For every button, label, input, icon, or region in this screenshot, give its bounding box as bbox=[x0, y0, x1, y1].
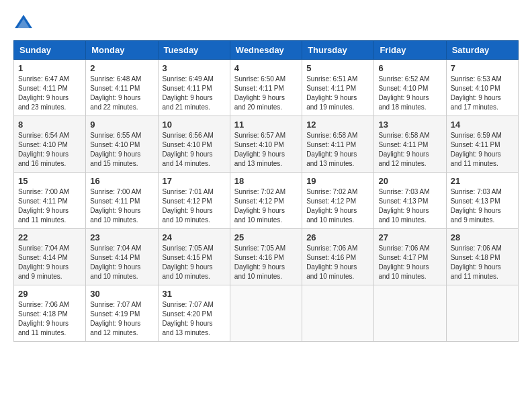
day-info: Sunrise: 6:55 AMSunset: 4:10 PMDaylight:… bbox=[90, 132, 141, 167]
weekday-header-row: SundayMondayTuesdayWednesdayThursdayFrid… bbox=[14, 41, 519, 60]
day-number: 31 bbox=[163, 289, 226, 299]
day-info: Sunrise: 7:03 AMSunset: 4:13 PMDaylight:… bbox=[378, 188, 429, 224]
day-info: Sunrise: 7:00 AMSunset: 4:11 PMDaylight:… bbox=[18, 188, 69, 224]
day-info: Sunrise: 7:05 AMSunset: 4:16 PMDaylight:… bbox=[234, 244, 285, 280]
calendar-table: SundayMondayTuesdayWednesdayThursdayFrid… bbox=[13, 40, 519, 342]
day-number: 21 bbox=[451, 176, 514, 186]
calendar-day-cell: 12 Sunrise: 6:58 AMSunset: 4:11 PMDaylig… bbox=[302, 116, 374, 173]
day-number: 9 bbox=[90, 120, 153, 130]
calendar-day-cell: 15 Sunrise: 7:00 AMSunset: 4:11 PMDaylig… bbox=[14, 173, 86, 229]
day-number: 16 bbox=[90, 176, 153, 186]
day-number: 17 bbox=[163, 176, 226, 186]
day-info: Sunrise: 6:47 AMSunset: 4:11 PMDaylight:… bbox=[18, 75, 69, 111]
day-number: 29 bbox=[18, 289, 81, 299]
calendar-day-cell: 14 Sunrise: 6:59 AMSunset: 4:11 PMDaylig… bbox=[446, 116, 518, 173]
calendar-day-cell: 30 Sunrise: 7:07 AMSunset: 4:19 PMDaylig… bbox=[86, 285, 158, 342]
day-info: Sunrise: 7:06 AMSunset: 4:16 PMDaylight:… bbox=[306, 244, 357, 280]
day-number: 6 bbox=[378, 63, 441, 73]
calendar-week-row: 8 Sunrise: 6:54 AMSunset: 4:10 PMDayligh… bbox=[14, 116, 519, 173]
logo-icon bbox=[13, 13, 34, 34]
calendar-day-cell: 7 Sunrise: 6:53 AMSunset: 4:10 PMDayligh… bbox=[446, 60, 518, 116]
day-info: Sunrise: 7:06 AMSunset: 4:17 PMDaylight:… bbox=[378, 244, 429, 280]
calendar-day-cell: 25 Sunrise: 7:05 AMSunset: 4:16 PMDaylig… bbox=[230, 229, 302, 285]
day-info: Sunrise: 7:06 AMSunset: 4:18 PMDaylight:… bbox=[451, 244, 502, 280]
day-number: 20 bbox=[378, 176, 441, 186]
day-number: 12 bbox=[306, 120, 369, 130]
calendar-week-row: 15 Sunrise: 7:00 AMSunset: 4:11 PMDaylig… bbox=[14, 173, 519, 229]
day-info: Sunrise: 6:59 AMSunset: 4:11 PMDaylight:… bbox=[451, 132, 502, 167]
calendar-day-cell bbox=[302, 285, 374, 342]
calendar-day-cell: 19 Sunrise: 7:02 AMSunset: 4:12 PMDaylig… bbox=[302, 173, 374, 229]
calendar-day-cell bbox=[446, 285, 518, 342]
weekday-header: Sunday bbox=[14, 41, 86, 60]
calendar-day-cell: 21 Sunrise: 7:03 AMSunset: 4:13 PMDaylig… bbox=[446, 173, 518, 229]
day-info: Sunrise: 6:48 AMSunset: 4:11 PMDaylight:… bbox=[90, 75, 141, 111]
day-number: 19 bbox=[306, 176, 369, 186]
day-number: 10 bbox=[163, 120, 226, 130]
day-number: 24 bbox=[163, 232, 226, 242]
calendar-day-cell: 9 Sunrise: 6:55 AMSunset: 4:10 PMDayligh… bbox=[86, 116, 158, 173]
day-number: 14 bbox=[451, 120, 514, 130]
day-info: Sunrise: 7:02 AMSunset: 4:12 PMDaylight:… bbox=[306, 188, 357, 224]
day-info: Sunrise: 7:02 AMSunset: 4:12 PMDaylight:… bbox=[234, 188, 285, 224]
calendar-week-row: 1 Sunrise: 6:47 AMSunset: 4:11 PMDayligh… bbox=[14, 60, 519, 116]
day-number: 30 bbox=[90, 289, 153, 299]
calendar-day-cell: 31 Sunrise: 7:07 AMSunset: 4:20 PMDaylig… bbox=[158, 285, 230, 342]
day-number: 5 bbox=[306, 63, 369, 73]
day-info: Sunrise: 6:56 AMSunset: 4:10 PMDaylight:… bbox=[163, 132, 214, 167]
day-info: Sunrise: 6:57 AMSunset: 4:10 PMDaylight:… bbox=[234, 132, 285, 167]
day-info: Sunrise: 6:58 AMSunset: 4:11 PMDaylight:… bbox=[378, 132, 429, 167]
day-number: 2 bbox=[90, 63, 153, 73]
day-number: 4 bbox=[234, 63, 298, 73]
day-number: 13 bbox=[378, 120, 441, 130]
logo bbox=[13, 13, 36, 34]
day-number: 15 bbox=[18, 176, 81, 186]
day-info: Sunrise: 6:58 AMSunset: 4:11 PMDaylight:… bbox=[306, 132, 357, 167]
calendar-day-cell: 4 Sunrise: 6:50 AMSunset: 4:11 PMDayligh… bbox=[230, 60, 302, 116]
page-header bbox=[13, 13, 519, 34]
calendar-day-cell: 2 Sunrise: 6:48 AMSunset: 4:11 PMDayligh… bbox=[86, 60, 158, 116]
weekday-header: Monday bbox=[86, 41, 158, 60]
day-info: Sunrise: 6:53 AMSunset: 4:10 PMDaylight:… bbox=[451, 75, 502, 111]
day-number: 8 bbox=[18, 120, 81, 130]
day-info: Sunrise: 7:07 AMSunset: 4:19 PMDaylight:… bbox=[90, 301, 141, 336]
day-info: Sunrise: 7:04 AMSunset: 4:14 PMDaylight:… bbox=[18, 244, 69, 280]
day-number: 18 bbox=[234, 176, 298, 186]
day-number: 27 bbox=[378, 232, 441, 242]
weekday-header: Tuesday bbox=[158, 41, 230, 60]
day-info: Sunrise: 7:07 AMSunset: 4:20 PMDaylight:… bbox=[163, 301, 214, 336]
calendar-day-cell: 17 Sunrise: 7:01 AMSunset: 4:12 PMDaylig… bbox=[158, 173, 230, 229]
calendar-day-cell: 5 Sunrise: 6:51 AMSunset: 4:11 PMDayligh… bbox=[302, 60, 374, 116]
day-number: 1 bbox=[18, 63, 81, 73]
day-info: Sunrise: 6:51 AMSunset: 4:11 PMDaylight:… bbox=[306, 75, 357, 111]
day-number: 26 bbox=[306, 232, 369, 242]
day-info: Sunrise: 7:05 AMSunset: 4:15 PMDaylight:… bbox=[163, 244, 214, 280]
calendar-week-row: 29 Sunrise: 7:06 AMSunset: 4:18 PMDaylig… bbox=[14, 285, 519, 342]
calendar-day-cell: 26 Sunrise: 7:06 AMSunset: 4:16 PMDaylig… bbox=[302, 229, 374, 285]
day-number: 7 bbox=[451, 63, 514, 73]
calendar-day-cell: 10 Sunrise: 6:56 AMSunset: 4:10 PMDaylig… bbox=[158, 116, 230, 173]
calendar-day-cell: 23 Sunrise: 7:04 AMSunset: 4:14 PMDaylig… bbox=[86, 229, 158, 285]
day-number: 11 bbox=[234, 120, 298, 130]
calendar-day-cell: 27 Sunrise: 7:06 AMSunset: 4:17 PMDaylig… bbox=[374, 229, 446, 285]
calendar-day-cell bbox=[374, 285, 446, 342]
day-info: Sunrise: 6:50 AMSunset: 4:11 PMDaylight:… bbox=[234, 75, 285, 111]
day-info: Sunrise: 7:00 AMSunset: 4:11 PMDaylight:… bbox=[90, 188, 141, 224]
day-number: 25 bbox=[234, 232, 298, 242]
calendar-day-cell: 24 Sunrise: 7:05 AMSunset: 4:15 PMDaylig… bbox=[158, 229, 230, 285]
calendar-day-cell bbox=[230, 285, 302, 342]
calendar-day-cell: 18 Sunrise: 7:02 AMSunset: 4:12 PMDaylig… bbox=[230, 173, 302, 229]
day-info: Sunrise: 7:04 AMSunset: 4:14 PMDaylight:… bbox=[90, 244, 141, 280]
weekday-header: Wednesday bbox=[230, 41, 302, 60]
calendar-day-cell: 29 Sunrise: 7:06 AMSunset: 4:18 PMDaylig… bbox=[14, 285, 86, 342]
day-info: Sunrise: 7:03 AMSunset: 4:13 PMDaylight:… bbox=[451, 188, 502, 224]
weekday-header: Friday bbox=[374, 41, 446, 60]
calendar-day-cell: 13 Sunrise: 6:58 AMSunset: 4:11 PMDaylig… bbox=[374, 116, 446, 173]
calendar-day-cell: 1 Sunrise: 6:47 AMSunset: 4:11 PMDayligh… bbox=[14, 60, 86, 116]
day-number: 23 bbox=[90, 232, 153, 242]
day-info: Sunrise: 6:49 AMSunset: 4:11 PMDaylight:… bbox=[163, 75, 214, 111]
calendar-day-cell: 11 Sunrise: 6:57 AMSunset: 4:10 PMDaylig… bbox=[230, 116, 302, 173]
weekday-header: Thursday bbox=[302, 41, 374, 60]
day-number: 22 bbox=[18, 232, 81, 242]
calendar-day-cell: 3 Sunrise: 6:49 AMSunset: 4:11 PMDayligh… bbox=[158, 60, 230, 116]
